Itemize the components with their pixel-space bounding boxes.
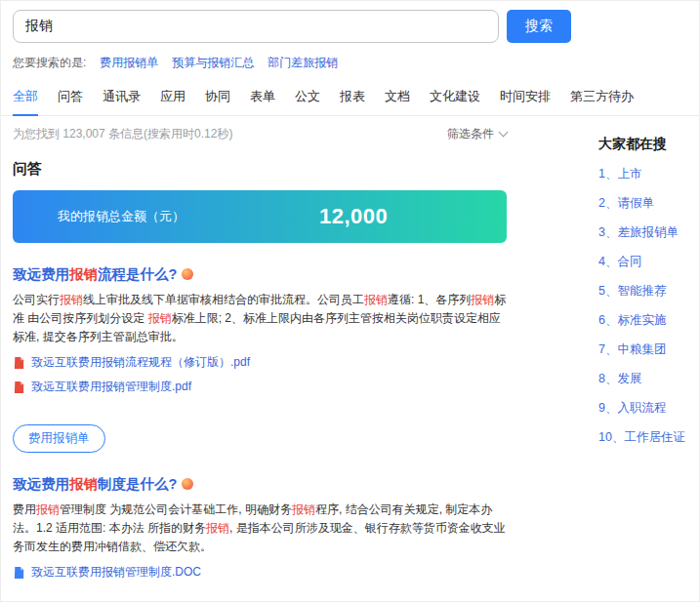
result-action-button[interactable]: 费用报销单: [13, 424, 105, 453]
pdf-file-icon: [13, 381, 25, 394]
search-bar: 搜索: [1, 1, 699, 43]
filter-label: 筛选条件: [447, 126, 494, 142]
tab-表单[interactable]: 表单: [250, 81, 275, 115]
main-column: 为您找到 123,007 条信息(搜索用时0.12秒) 筛选条件 问答 我的报销…: [13, 126, 507, 602]
chevron-down-icon: [499, 128, 509, 138]
suggestion-label: 您要搜索的是:: [13, 55, 86, 71]
hot-search-panel: 大家都在搜 1、上市2、请假单3、差旅报销单4、合同5、智能推荐6、标准实施7、…: [598, 136, 698, 446]
hot-search-item[interactable]: 6、标准实施: [598, 312, 698, 329]
hot-search-item[interactable]: 1、上市: [598, 166, 698, 182]
tab-协同[interactable]: 协同: [205, 81, 230, 115]
qa-section-title: 问答: [13, 160, 507, 179]
doc-file-icon: [13, 566, 25, 580]
suggestion-links: 费用报销单预算与报销汇总部门差旅报销: [100, 55, 338, 71]
hot-badge-icon: [182, 268, 193, 280]
search-button[interactable]: 搜索: [507, 10, 571, 43]
suggestion-link[interactable]: 预算与报销汇总: [172, 55, 254, 71]
reimbursement-summary-banner: 我的报销总金额（元） 12,000: [13, 190, 507, 243]
tab-报表[interactable]: 报表: [340, 81, 365, 115]
tab-全部[interactable]: 全部: [13, 81, 38, 116]
result-title-link[interactable]: 致远费用报销流程是什么?: [13, 265, 193, 284]
filter-toggle[interactable]: 筛选条件: [447, 126, 507, 142]
highlighted-keyword: 报销: [471, 293, 494, 306]
meta-row: 为您找到 123,007 条信息(搜索用时0.12秒) 筛选条件: [13, 126, 507, 142]
tab-应用[interactable]: 应用: [160, 81, 185, 115]
result-snippet: 费用报销管理制度 为规范公司会计基础工作, 明确财务报销程序, 结合公司有关规定…: [13, 501, 507, 556]
highlighted-keyword: 报销: [148, 311, 172, 325]
attachment-name: 致远互联费用报销管理制度.DOC: [31, 564, 201, 581]
hot-search-item[interactable]: 7、中粮集团: [598, 341, 698, 358]
tab-问答[interactable]: 问答: [58, 81, 83, 115]
hot-badge-icon: [182, 478, 193, 490]
search-results-page: 搜索 您要搜索的是: 费用报销单预算与报销汇总部门差旅报销 全部问答通讯录应用协…: [0, 0, 700, 602]
attachment-link[interactable]: 致远互联费用报销流程规程（修订版）.pdf: [13, 354, 250, 371]
attachment-link[interactable]: 致远互联费用报销管理制度.DOC: [13, 564, 201, 581]
tab-第三方待办[interactable]: 第三方待办: [570, 81, 634, 115]
result-snippet: 公司实行报销线上审批及线下单据审核相结合的审批流程。公司员工报销遵循: 1、各序…: [13, 291, 507, 346]
hot-search-list: 1、上市2、请假单3、差旅报销单4、合同5、智能推荐6、标准实施7、中粮集团8、…: [598, 166, 698, 446]
hot-search-item[interactable]: 3、差旅报销单: [598, 224, 698, 241]
highlighted-keyword: 报销: [292, 502, 315, 516]
suggestion-link[interactable]: 费用报销单: [100, 55, 158, 71]
result-title-link[interactable]: 致远费用报销制度是什么?: [13, 475, 193, 494]
highlighted-keyword: 报销: [69, 476, 98, 492]
tab-文档[interactable]: 文档: [385, 81, 410, 115]
result-count: 为您找到 123,007 条信息(搜索用时0.12秒): [13, 126, 232, 142]
banner-label: 我的报销总金额（元）: [58, 208, 185, 225]
tab-时间安排[interactable]: 时间安排: [500, 81, 551, 115]
highlighted-keyword: 报销: [364, 293, 388, 306]
hot-search-item[interactable]: 4、合同: [598, 254, 698, 270]
attachment-name: 致远互联费用报销管理制度.pdf: [31, 379, 191, 395]
hot-search-item[interactable]: 2、请假单: [598, 195, 698, 212]
tab-公文[interactable]: 公文: [295, 81, 320, 115]
suggestion-row: 您要搜索的是: 费用报销单预算与报销汇总部门差旅报销: [1, 43, 699, 71]
suggestion-link[interactable]: 部门差旅报销: [268, 55, 338, 71]
tab-通讯录[interactable]: 通讯录: [103, 81, 141, 115]
highlighted-keyword: 报销: [206, 521, 229, 535]
hot-search-item[interactable]: 9、入职流程: [598, 400, 698, 417]
qa-results: 致远费用报销流程是什么?公司实行报销线上审批及线下单据审核相结合的审批流程。公司…: [13, 265, 507, 602]
qa-result: 致远费用报销流程是什么?公司实行报销线上审批及线下单据审核相结合的审批流程。公司…: [13, 265, 507, 453]
highlighted-keyword: 报销: [36, 502, 60, 516]
attachment-link[interactable]: 致远互联费用报销管理制度.pdf: [13, 379, 191, 395]
highlighted-keyword: 报销: [60, 293, 83, 306]
pdf-file-icon: [13, 356, 25, 370]
tabs: 全部问答通讯录应用协同表单公文报表文档文化建设时间安排第三方待办: [1, 81, 699, 116]
attachment-name: 致远互联费用报销流程规程（修订版）.pdf: [31, 354, 250, 371]
hot-search-item[interactable]: 5、智能推荐: [598, 283, 698, 300]
hot-search-item[interactable]: 10、工作居住证: [598, 429, 698, 446]
hot-search-title: 大家都在搜: [598, 136, 698, 153]
hot-search-item[interactable]: 8、发展: [598, 371, 698, 387]
banner-amount: 12,000: [319, 204, 388, 229]
highlighted-keyword: 报销: [69, 266, 98, 282]
search-input[interactable]: [13, 10, 499, 43]
tab-文化建设[interactable]: 文化建设: [430, 81, 480, 115]
qa-result: 致远费用报销制度是什么?费用报销管理制度 为规范公司会计基础工作, 明确财务报销…: [13, 475, 507, 581]
